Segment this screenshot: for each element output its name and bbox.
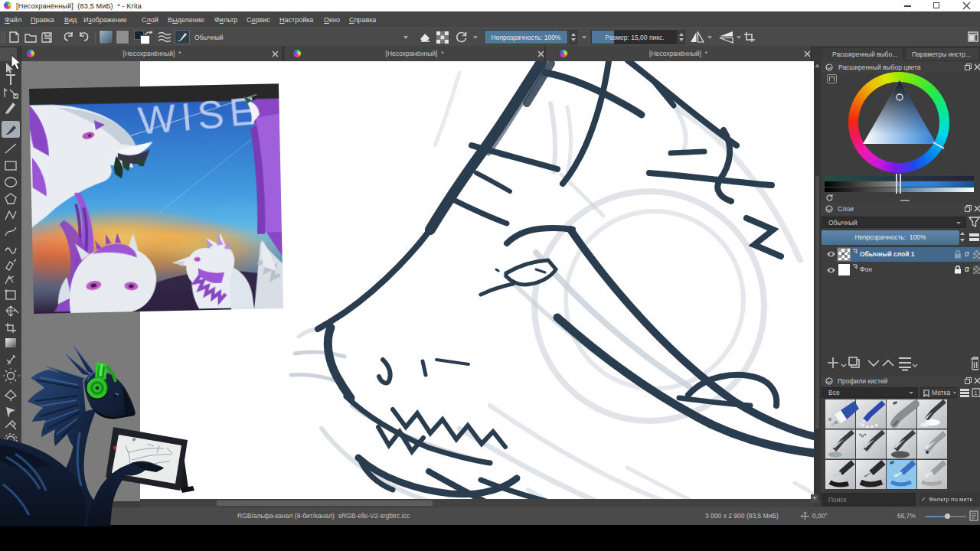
svg-text:1: 1 [975,390,978,396]
